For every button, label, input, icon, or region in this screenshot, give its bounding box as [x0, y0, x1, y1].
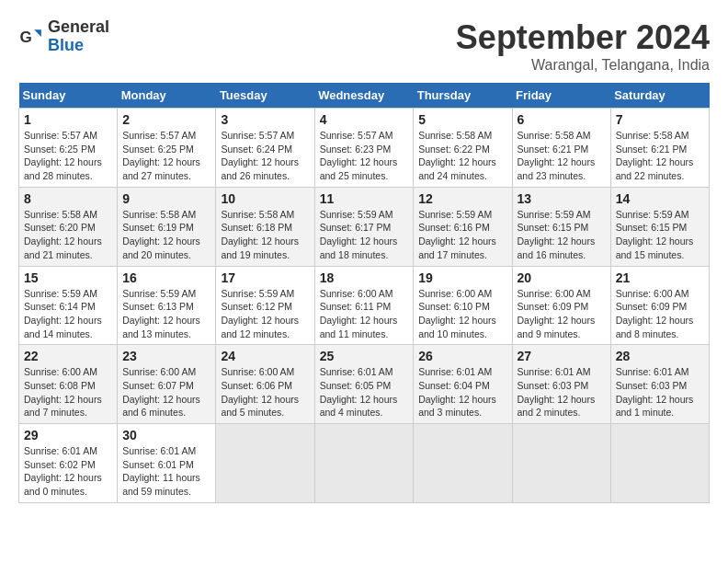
day-info: Sunrise: 6:00 AM Sunset: 6:10 PM Dayligh… [418, 287, 506, 341]
day-info: Sunrise: 5:57 AM Sunset: 6:25 PM Dayligh… [24, 129, 112, 183]
svg-marker-1 [34, 29, 41, 37]
calendar-cell: 3Sunrise: 5:57 AM Sunset: 6:24 PM Daylig… [216, 109, 314, 188]
calendar-cell: 10Sunrise: 5:58 AM Sunset: 6:18 PM Dayli… [216, 187, 314, 266]
day-number: 4 [320, 112, 409, 127]
logo-general-text: General [48, 18, 109, 37]
day-info: Sunrise: 6:01 AM Sunset: 6:03 PM Dayligh… [518, 365, 606, 419]
calendar-cell: 4Sunrise: 5:57 AM Sunset: 6:23 PM Daylig… [314, 109, 414, 188]
calendar-cell: 22Sunrise: 6:00 AM Sunset: 6:08 PM Dayli… [19, 345, 118, 424]
day-info: Sunrise: 6:00 AM Sunset: 6:09 PM Dayligh… [616, 287, 704, 341]
calendar-cell: 5Sunrise: 5:58 AM Sunset: 6:22 PM Daylig… [414, 109, 512, 188]
calendar-cell: 6Sunrise: 5:58 AM Sunset: 6:21 PM Daylig… [512, 109, 610, 188]
svg-text:G: G [20, 29, 32, 46]
day-number: 11 [320, 191, 409, 206]
calendar-cell [512, 424, 610, 503]
day-info: Sunrise: 6:01 AM Sunset: 6:03 PM Dayligh… [616, 365, 704, 419]
day-info: Sunrise: 6:00 AM Sunset: 6:07 PM Dayligh… [122, 365, 210, 419]
day-number: 20 [518, 270, 606, 285]
day-info: Sunrise: 5:59 AM Sunset: 6:13 PM Dayligh… [122, 287, 210, 341]
day-info: Sunrise: 5:58 AM Sunset: 6:21 PM Dayligh… [518, 129, 606, 183]
day-number: 19 [418, 270, 506, 285]
col-header-thursday: Thursday [414, 83, 512, 109]
title-block: September 2024 Warangal, Telangana, Indi… [456, 18, 710, 74]
col-header-wednesday: Wednesday [314, 83, 414, 109]
day-number: 15 [24, 270, 112, 285]
calendar-cell: 29Sunrise: 6:01 AM Sunset: 6:02 PM Dayli… [19, 424, 118, 503]
calendar-cell [610, 424, 709, 503]
day-info: Sunrise: 5:58 AM Sunset: 6:18 PM Dayligh… [221, 208, 309, 262]
day-info: Sunrise: 6:00 AM Sunset: 6:09 PM Dayligh… [518, 287, 606, 341]
week-row-4: 22Sunrise: 6:00 AM Sunset: 6:08 PM Dayli… [19, 345, 710, 424]
day-number: 17 [221, 270, 309, 285]
calendar-cell: 20Sunrise: 6:00 AM Sunset: 6:09 PM Dayli… [512, 266, 610, 345]
calendar-cell: 8Sunrise: 5:58 AM Sunset: 6:20 PM Daylig… [19, 187, 118, 266]
day-info: Sunrise: 6:00 AM Sunset: 6:11 PM Dayligh… [320, 287, 409, 341]
day-number: 23 [122, 349, 210, 363]
col-header-saturday: Saturday [610, 83, 709, 109]
day-number: 3 [221, 112, 309, 127]
day-info: Sunrise: 6:01 AM Sunset: 6:04 PM Dayligh… [418, 365, 506, 419]
day-info: Sunrise: 5:59 AM Sunset: 6:15 PM Dayligh… [518, 208, 606, 262]
location: Warangal, Telangana, India [456, 57, 710, 74]
calendar-cell: 26Sunrise: 6:01 AM Sunset: 6:04 PM Dayli… [414, 345, 512, 424]
day-number: 5 [418, 112, 506, 127]
calendar-cell: 27Sunrise: 6:01 AM Sunset: 6:03 PM Dayli… [512, 345, 610, 424]
day-number: 1 [24, 112, 112, 127]
day-info: Sunrise: 5:58 AM Sunset: 6:20 PM Dayligh… [24, 208, 112, 262]
day-number: 10 [221, 191, 309, 206]
week-row-5: 29Sunrise: 6:01 AM Sunset: 6:02 PM Dayli… [19, 424, 710, 503]
day-number: 6 [518, 112, 606, 127]
day-info: Sunrise: 6:01 AM Sunset: 6:05 PM Dayligh… [320, 365, 409, 419]
calendar-cell: 12Sunrise: 5:59 AM Sunset: 6:16 PM Dayli… [414, 187, 512, 266]
header-row: SundayMondayTuesdayWednesdayThursdayFrid… [19, 83, 710, 109]
calendar-cell: 7Sunrise: 5:58 AM Sunset: 6:21 PM Daylig… [610, 109, 709, 188]
day-info: Sunrise: 5:57 AM Sunset: 6:23 PM Dayligh… [320, 129, 409, 183]
calendar-cell: 30Sunrise: 6:01 AM Sunset: 6:01 PM Dayli… [118, 424, 216, 503]
day-number: 27 [518, 349, 606, 363]
day-info: Sunrise: 5:59 AM Sunset: 6:17 PM Dayligh… [320, 208, 409, 262]
calendar-cell: 18Sunrise: 6:00 AM Sunset: 6:11 PM Dayli… [314, 266, 414, 345]
day-number: 2 [122, 112, 210, 127]
day-number: 26 [418, 349, 506, 363]
calendar-cell: 21Sunrise: 6:00 AM Sunset: 6:09 PM Dayli… [610, 266, 709, 345]
day-number: 13 [518, 191, 606, 206]
day-number: 25 [320, 349, 409, 363]
day-info: Sunrise: 5:57 AM Sunset: 6:25 PM Dayligh… [122, 129, 210, 183]
calendar-cell: 2Sunrise: 5:57 AM Sunset: 6:25 PM Daylig… [118, 109, 216, 188]
calendar-cell: 24Sunrise: 6:00 AM Sunset: 6:06 PM Dayli… [216, 345, 314, 424]
week-row-2: 8Sunrise: 5:58 AM Sunset: 6:20 PM Daylig… [19, 187, 710, 266]
calendar-cell: 14Sunrise: 5:59 AM Sunset: 6:15 PM Dayli… [610, 187, 709, 266]
day-number: 28 [616, 349, 704, 363]
day-info: Sunrise: 6:00 AM Sunset: 6:08 PM Dayligh… [24, 365, 112, 419]
calendar-cell [414, 424, 512, 503]
day-info: Sunrise: 6:01 AM Sunset: 6:02 PM Dayligh… [24, 444, 112, 499]
day-info: Sunrise: 5:58 AM Sunset: 6:22 PM Dayligh… [418, 129, 506, 183]
calendar-cell: 13Sunrise: 5:59 AM Sunset: 6:15 PM Dayli… [512, 187, 610, 266]
day-number: 14 [616, 191, 704, 206]
col-header-sunday: Sunday [19, 83, 118, 109]
day-info: Sunrise: 5:58 AM Sunset: 6:19 PM Dayligh… [122, 208, 210, 262]
col-header-monday: Monday [118, 83, 216, 109]
calendar-table: SundayMondayTuesdayWednesdayThursdayFrid… [18, 83, 710, 503]
calendar-cell: 15Sunrise: 5:59 AM Sunset: 6:14 PM Dayli… [19, 266, 118, 345]
day-number: 9 [122, 191, 210, 206]
day-info: Sunrise: 5:59 AM Sunset: 6:16 PM Dayligh… [418, 208, 506, 262]
week-row-1: 1Sunrise: 5:57 AM Sunset: 6:25 PM Daylig… [19, 109, 710, 188]
calendar-cell: 28Sunrise: 6:01 AM Sunset: 6:03 PM Dayli… [610, 345, 709, 424]
logo-blue-text: Blue [48, 37, 109, 55]
day-number: 21 [616, 270, 704, 285]
calendar-cell [314, 424, 414, 503]
page-header: G General Blue September 2024 Warangal, … [18, 18, 710, 74]
day-number: 12 [418, 191, 506, 206]
calendar-cell: 16Sunrise: 5:59 AM Sunset: 6:13 PM Dayli… [118, 266, 216, 345]
logo-icon: G [18, 24, 44, 50]
calendar-cell: 11Sunrise: 5:59 AM Sunset: 6:17 PM Dayli… [314, 187, 414, 266]
month-title: September 2024 [456, 18, 710, 57]
day-number: 30 [122, 428, 210, 442]
day-number: 22 [24, 349, 112, 363]
day-info: Sunrise: 6:01 AM Sunset: 6:01 PM Dayligh… [122, 444, 210, 499]
day-number: 8 [24, 191, 112, 206]
week-row-3: 15Sunrise: 5:59 AM Sunset: 6:14 PM Dayli… [19, 266, 710, 345]
day-info: Sunrise: 5:59 AM Sunset: 6:14 PM Dayligh… [24, 287, 112, 341]
logo: G General Blue [18, 18, 109, 55]
